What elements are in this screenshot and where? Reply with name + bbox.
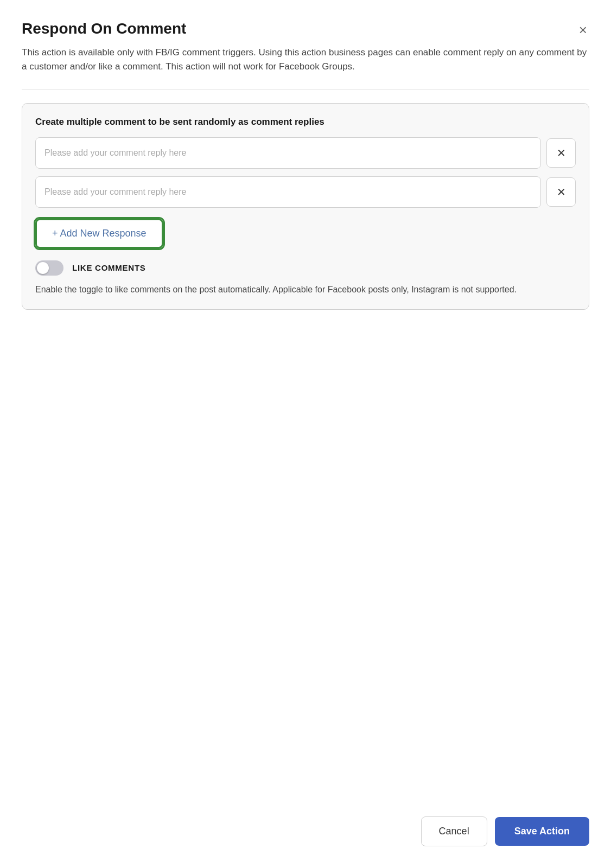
modal-title: Respond On Comment [22, 20, 186, 38]
modal-description: This action is available only with FB/IG… [22, 46, 589, 74]
like-comments-label: LIKE COMMENTS [72, 263, 146, 272]
toggle-knob [37, 262, 49, 274]
remove-input-1-button[interactable]: ✕ [546, 138, 576, 168]
content-box: Create multiple comment to be sent rando… [22, 103, 589, 310]
save-action-button[interactable]: Save Action [495, 817, 589, 846]
modal-header: Respond On Comment × [22, 20, 589, 39]
add-new-response-button[interactable]: + Add New Response [35, 219, 163, 248]
modal-container: Respond On Comment × This action is avai… [0, 0, 611, 868]
input-row-1: ✕ [35, 137, 576, 169]
input-row-2: ✕ [35, 176, 576, 208]
comment-input-1[interactable] [35, 137, 541, 169]
footer: Cancel Save Action [421, 816, 589, 846]
add-response-label: + Add New Response [52, 228, 147, 239]
divider [22, 90, 589, 90]
like-comments-description: Enable the toggle to like comments on th… [35, 283, 576, 297]
cancel-button[interactable]: Cancel [421, 816, 487, 846]
remove-input-2-button[interactable]: ✕ [546, 177, 576, 207]
comment-input-2[interactable] [35, 176, 541, 208]
content-box-title: Create multiple comment to be sent rando… [35, 117, 576, 127]
close-button[interactable]: × [577, 21, 589, 39]
like-comments-row: LIKE COMMENTS [35, 260, 576, 276]
like-comments-toggle[interactable] [35, 260, 63, 276]
